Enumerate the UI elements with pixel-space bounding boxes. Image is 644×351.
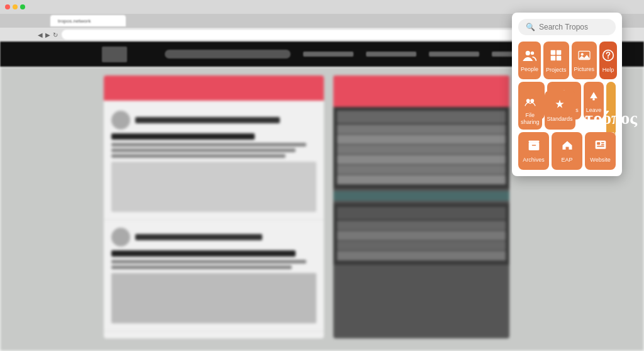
eap-button[interactable]: EAP — [552, 132, 582, 170]
file-sharing-label: File sharing — [521, 112, 540, 126]
nav-item-2 — [366, 52, 416, 57]
website-icon — [594, 139, 607, 154]
feed-panel — [104, 75, 324, 338]
popup-menu: 🔍 People — [512, 13, 622, 176]
svg-rect-19 — [528, 143, 539, 150]
svg-rect-5 — [557, 55, 562, 60]
standards-icon — [553, 98, 566, 113]
help-icon — [602, 49, 614, 64]
address-input[interactable] — [62, 30, 590, 40]
projects-icon — [550, 49, 562, 64]
svg-rect-25 — [597, 146, 604, 147]
people-icon — [523, 50, 536, 64]
svg-point-0 — [526, 50, 530, 55]
browser-maximize-dot[interactable] — [20, 4, 25, 9]
search-input[interactable] — [539, 23, 608, 31]
archives-label: Archives — [523, 157, 545, 164]
svg-rect-20 — [531, 145, 536, 146]
browser-close-dot[interactable] — [5, 4, 10, 9]
file-sharing-button[interactable]: File sharing — [518, 91, 542, 130]
svg-rect-2 — [551, 50, 556, 55]
svg-point-15 — [526, 99, 530, 103]
help-label: Help — [602, 67, 614, 74]
svg-point-16 — [530, 99, 534, 103]
nav-item-1 — [303, 52, 353, 57]
svg-rect-24 — [601, 145, 604, 146]
svg-rect-23 — [601, 142, 604, 143]
svg-rect-3 — [557, 50, 562, 55]
svg-point-9 — [608, 57, 609, 58]
nav-item-3 — [429, 52, 479, 57]
pictures-label: Pictures — [574, 66, 595, 73]
svg-point-1 — [531, 51, 534, 54]
browser-minimize-dot[interactable] — [13, 4, 18, 9]
standards-label: Standards — [547, 116, 573, 123]
leave-icon — [587, 89, 600, 104]
pictures-icon — [578, 50, 591, 64]
search-bar[interactable]: 🔍 — [518, 19, 616, 35]
svg-rect-17 — [528, 141, 539, 143]
archives-icon — [528, 139, 540, 154]
tropos-text: τρόπος — [585, 108, 637, 128]
standards-button[interactable]: Standards — [545, 91, 575, 130]
browser-tab[interactable]: tropos.network — [50, 15, 126, 26]
search-icon: 🔍 — [526, 23, 535, 31]
projects-button[interactable]: Projects — [543, 42, 569, 79]
site-logo — [102, 47, 127, 62]
bottom-icon-row: Archives EAP Website — [518, 132, 616, 170]
svg-rect-14 — [592, 98, 594, 100]
file-sharing-icon — [524, 96, 536, 109]
projects-label: Projects — [546, 67, 567, 74]
people-label: People — [521, 66, 538, 73]
archives-button[interactable]: Archives — [518, 132, 549, 170]
search-bar-nav — [165, 50, 291, 58]
website-button[interactable]: Website — [585, 132, 616, 170]
top-icon-row: People Projects Pictures — [518, 42, 616, 79]
svg-point-7 — [580, 53, 583, 55]
pictures-button[interactable]: Pictures — [572, 42, 597, 79]
svg-rect-22 — [597, 142, 600, 145]
svg-rect-4 — [551, 55, 556, 60]
website-label: Website — [590, 157, 610, 164]
browser-top-bar — [0, 0, 644, 14]
eap-icon — [561, 139, 574, 154]
eap-label: EAP — [561, 157, 572, 164]
data-panel — [333, 75, 509, 338]
help-button[interactable]: Help — [599, 42, 617, 79]
people-button[interactable]: People — [518, 42, 541, 79]
